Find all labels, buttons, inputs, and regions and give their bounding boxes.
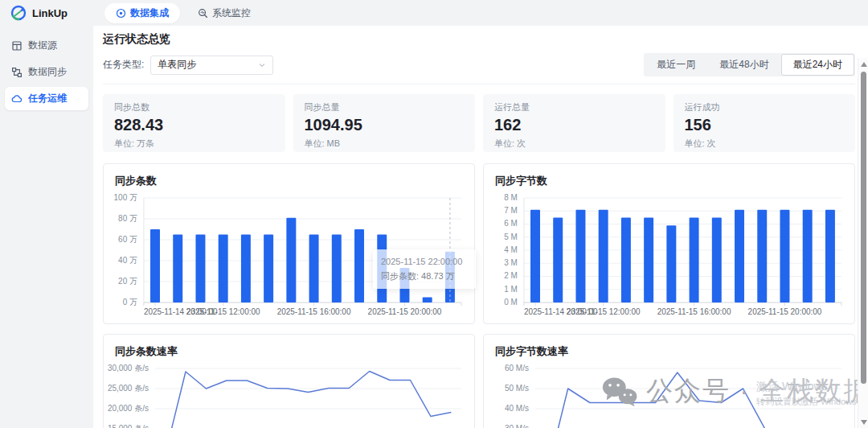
stat-unit: 单位: 万条 (114, 138, 274, 150)
svg-text:40 M/s: 40 M/s (505, 404, 529, 413)
topnav-item-data-integration[interactable]: 数据集成 (104, 3, 180, 23)
sidebar-item-label: 任务运维 (28, 92, 67, 105)
stat-unit: 单位: 次 (685, 138, 845, 150)
svg-text:25,000 条/s: 25,000 条/s (108, 384, 149, 393)
stat-card-run-success: 运行成功 156 单位: 次 (674, 94, 856, 152)
chart-title: 同步条数速率 (104, 335, 474, 362)
svg-text:7 M: 7 M (504, 206, 518, 215)
stat-value: 156 (685, 116, 845, 134)
svg-text:6 M: 6 M (504, 219, 518, 228)
chart-card-sync-rows: 同步条数 0 万20 万40 万60 万80 万100 万2025-11-14 … (103, 163, 475, 324)
task-type-label: 任务类型: (103, 58, 144, 72)
vertical-scrollbar[interactable] (858, 58, 868, 428)
main-content: 运行状态总览 任务类型: 单表同步 最近一周 最近48小时 最近24小时 (93, 26, 868, 428)
chart-title: 同步字节数速率 (484, 335, 854, 362)
svg-text:2025-11-15 16:00:00: 2025-11-15 16:00:00 (657, 307, 731, 316)
stat-card-run-total: 运行总量 162 单位: 次 (483, 94, 665, 152)
stat-value: 162 (494, 116, 654, 134)
stat-unit: 单位: MB (305, 138, 465, 150)
wechat-watermark: 公众号 · 全栈数据 (601, 373, 868, 409)
sidebar-item-data-source[interactable]: 数据源 (5, 34, 88, 57)
scrollbar-up-arrow[interactable] (861, 62, 867, 67)
svg-text:60 M/s: 60 M/s (505, 364, 529, 372)
svg-text:2025-11-15 20:00:00: 2025-11-15 20:00:00 (368, 307, 442, 316)
controls-row: 任务类型: 单表同步 最近一周 最近48小时 最近24小时 (103, 53, 855, 76)
svg-text:50 M/s: 50 M/s (505, 384, 529, 393)
svg-text:30 M/s: 30 M/s (505, 424, 529, 428)
svg-text:1 M: 1 M (504, 285, 518, 294)
linkup-logo-icon (10, 4, 27, 22)
data-sync-icon (11, 67, 23, 78)
stat-label: 运行总量 (494, 101, 654, 113)
svg-text:2 M: 2 M (504, 271, 518, 280)
range-button-48h[interactable]: 最近48小时 (707, 54, 780, 76)
stat-unit: 单位: 次 (494, 138, 654, 150)
svg-text:20 万: 20 万 (118, 277, 137, 286)
stat-label: 运行成功 (685, 101, 845, 113)
data-integration-icon (116, 8, 126, 19)
sync-rows-rate-line-chart[interactable]: 10,000 条/s15,000 条/s20,000 条/s25,000 条/s… (104, 362, 474, 428)
stat-label: 同步总量 (305, 101, 465, 113)
chevron-down-icon (258, 61, 266, 69)
svg-text:80 万: 80 万 (118, 214, 137, 223)
data-source-icon (11, 40, 23, 51)
stat-card-sync-volume: 同步总量 1094.95 单位: MB (293, 94, 476, 152)
svg-text:8 M: 8 M (504, 193, 518, 202)
scrollbar-thumb[interactable] (861, 72, 866, 384)
chart-card-sync-rows-rate: 同步条数速率 10,000 条/s15,000 条/s20,000 条/s25,… (103, 334, 475, 428)
svg-text:40 万: 40 万 (118, 256, 137, 265)
svg-text:4 M: 4 M (504, 245, 518, 254)
sidebar-item-task-ops[interactable]: 任务运维 (5, 87, 88, 110)
task-ops-cloud-icon (11, 93, 23, 105)
chart-title: 同步字节数 (484, 164, 854, 191)
stat-value: 1094.95 (305, 116, 465, 134)
sidebar: 数据源 数据同步 任务运维 (0, 26, 93, 428)
topnav-item-system-monitor[interactable]: 系统监控 (198, 6, 251, 20)
watermark-text: 公众号 · 全栈数据 (646, 373, 868, 409)
svg-text:3 M: 3 M (504, 258, 518, 267)
sidebar-item-data-sync[interactable]: 数据同步 (5, 60, 88, 84)
scrollbar-down-arrow[interactable] (861, 420, 867, 425)
svg-text:5 M: 5 M (504, 233, 518, 241)
svg-text:0 万: 0 万 (123, 298, 137, 307)
svg-text:15,000 条/s: 15,000 条/s (108, 424, 149, 428)
wechat-icon (601, 376, 638, 408)
system-monitor-icon (198, 8, 208, 19)
svg-text:20,000 条/s: 20,000 条/s (108, 404, 149, 413)
sidebar-item-label: 数据同步 (28, 65, 67, 79)
topnav-label: 数据集成 (130, 6, 169, 20)
stats-row: 同步总数 828.43 单位: 万条 同步总量 1094.95 单位: MB 运… (103, 94, 855, 152)
topnav-label: 系统监控 (212, 6, 251, 20)
page-title: 运行状态总览 (103, 32, 855, 47)
sync-rows-bar-chart[interactable]: 0 万20 万40 万60 万80 万100 万2025-11-14 23:00… (104, 191, 474, 322)
svg-text:100 万: 100 万 (114, 193, 137, 202)
brand-name: LinkUp (32, 7, 68, 19)
svg-text:2025-11-15 12:00:00: 2025-11-15 12:00:00 (567, 307, 641, 316)
svg-text:2025-11-15 12:00:00: 2025-11-15 12:00:00 (186, 307, 260, 316)
sync-bytes-bar-chart[interactable]: 0 M1 M2 M3 M4 M5 M6 M7 M8 M2025-11-14 23… (484, 191, 854, 322)
svg-text:2025-11-15 16:00:00: 2025-11-15 16:00:00 (277, 307, 351, 316)
svg-text:2025-11-15 20:00:00: 2025-11-15 20:00:00 (748, 307, 822, 316)
stat-value: 828.43 (114, 116, 274, 134)
svg-text:60 万: 60 万 (118, 235, 137, 244)
range-button-24h[interactable]: 最近24小时 (781, 54, 854, 76)
range-button-week[interactable]: 最近一周 (645, 54, 707, 76)
task-type-select[interactable]: 单表同步 (150, 56, 273, 75)
brand: LinkUp (10, 4, 93, 22)
svg-text:0 M: 0 M (504, 298, 518, 307)
chart-title: 同步条数 (104, 164, 474, 191)
chart-card-sync-bytes: 同步字节数 0 M1 M2 M3 M4 M5 M6 M7 M8 M2025-11… (483, 163, 855, 324)
top-navigation: 数据集成 系统监控 (104, 3, 251, 23)
sidebar-item-label: 数据源 (28, 39, 57, 52)
svg-text:30,000 条/s: 30,000 条/s (108, 364, 149, 372)
time-range-group: 最近一周 最近48小时 最近24小时 (644, 53, 855, 76)
top-navbar: LinkUp 数据集成 系统监控 (0, 0, 868, 26)
page-header: 运行状态总览 任务类型: 单表同步 最近一周 最近48小时 最近24小时 (103, 26, 855, 84)
stat-card-sync-count: 同步总数 828.43 单位: 万条 (103, 94, 285, 152)
stat-label: 同步总数 (114, 101, 274, 113)
task-type-selected-value: 单表同步 (158, 58, 196, 72)
